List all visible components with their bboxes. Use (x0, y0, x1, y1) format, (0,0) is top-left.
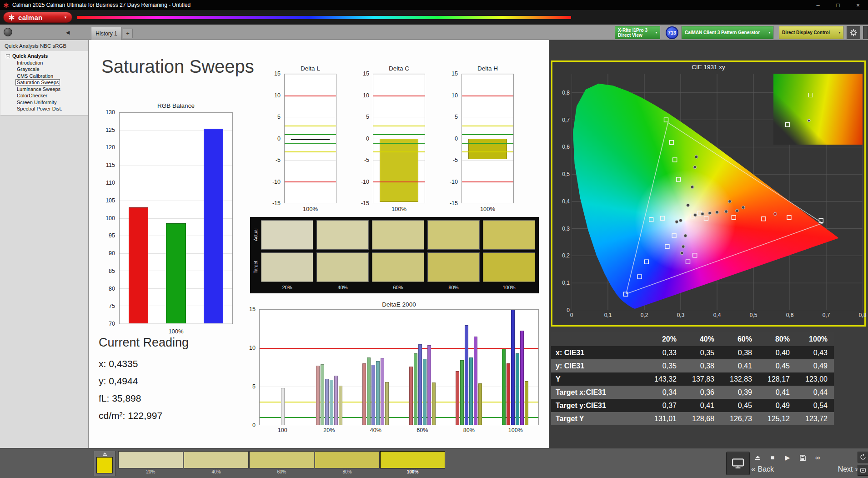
y-tick-label: 80 (109, 286, 115, 292)
column-header: 100% (796, 335, 834, 343)
y-tick-label: 0 (455, 136, 458, 142)
rgb-balance-x-label: 100% (119, 328, 233, 335)
refresh-button[interactable] (858, 452, 868, 463)
meter-label: X-Rite i1Pro 3 Direct View (618, 28, 647, 38)
close-button[interactable]: × (848, 0, 868, 10)
sidebar-item[interactable]: Quick Analysis (0, 53, 88, 60)
current-reading-title: Current Reading (99, 336, 189, 350)
table-row: Target x:CIE310,340,360,390,410,44 (551, 386, 834, 399)
actual-color-swatch (372, 220, 424, 250)
delta-c-chart (373, 74, 425, 203)
table-row: Y143,32137,83132,83128,17123,00 (551, 372, 834, 386)
test-patch-20%[interactable]: 20% (118, 451, 183, 475)
back-button[interactable]: Back (758, 465, 774, 473)
row-label: x: CIE31 (551, 349, 645, 357)
row-label: Target Y (551, 415, 645, 423)
display-control-selector[interactable]: Direct Display Control ▼ (779, 26, 843, 39)
y-tick-label: 0,2 (562, 252, 570, 259)
patch-label: 40% (184, 468, 249, 475)
pattern-generator-label: CalMAN Client 3 Pattern Generator (685, 30, 760, 35)
gridline (462, 160, 513, 161)
stop-button[interactable]: ■ (767, 453, 778, 463)
target-swatch-row (260, 251, 536, 283)
measurement-marker (808, 119, 811, 122)
sidebar-item[interactable]: Introduction (0, 60, 88, 66)
navigation-button[interactable] (4, 28, 12, 36)
delta-c-title: Delta C (373, 65, 425, 72)
sidebar-item-label: Saturation Sweeps (15, 79, 60, 86)
y-tick-label: 125 (105, 127, 115, 133)
next-button[interactable]: Next (838, 465, 853, 473)
target-color-swatch (427, 252, 480, 282)
x-tick-label: 20% (306, 427, 353, 433)
y-tick-label: 10 (274, 92, 281, 99)
y-tick-label: 15 (249, 306, 256, 312)
sidebar-item[interactable]: Luminance Sweeps (0, 86, 88, 93)
test-patch-100%[interactable]: 100% (380, 451, 445, 475)
calman-menu-button[interactable]: calman ▼ (3, 12, 72, 23)
x-tick-label: 0,7 (823, 312, 830, 318)
swatch-row-labels: Actual Target (251, 219, 260, 292)
table-cell: 0,35 (683, 349, 721, 357)
saturation-label: 100% (483, 283, 535, 292)
bottom-extra-tools (858, 452, 868, 476)
minimize-button[interactable]: – (808, 0, 828, 10)
sidebar-item[interactable]: Saturation Sweeps (0, 79, 88, 86)
x-tick-label: 100% (492, 427, 539, 433)
continuous-measure-button[interactable]: ∞ (812, 453, 823, 463)
y-tick-label: 0 (366, 136, 369, 142)
y-tick-label: 105 (105, 197, 115, 204)
deltae-bar (456, 371, 459, 425)
deltae-bar (469, 357, 473, 425)
sidebar-item[interactable]: CMS Calibration (0, 73, 88, 80)
tab-history-1[interactable]: History 1 (91, 27, 122, 40)
patch-color (184, 451, 249, 468)
add-tab-label: + (126, 30, 130, 37)
sidebar-item[interactable]: Spectral Power Dist. (0, 106, 88, 112)
table-row: Target Y131,01128,68126,73125,12123,72 (551, 412, 834, 425)
gridline (373, 203, 425, 203)
x-tick-label: 0,2 (641, 312, 648, 318)
deltae-bar (330, 380, 333, 425)
maximize-button[interactable]: □ (828, 0, 848, 10)
swatch-grid: 20%40%60%80%100% (260, 219, 536, 292)
y-tick-label: 100 (105, 215, 115, 221)
bar-group (352, 310, 399, 425)
table-cell: 128,68 (683, 415, 721, 423)
table-cell: 0,54 (796, 402, 834, 410)
meter-selector[interactable]: X-Rite i1Pro 3 Direct View ▼ (615, 26, 660, 39)
display-preview-button[interactable] (726, 452, 750, 475)
save-button[interactable] (797, 453, 808, 463)
sidebar-item[interactable]: Screen Uniformity (0, 99, 88, 106)
deltae-bar (478, 383, 482, 425)
deltae-bar (520, 331, 524, 425)
collapse-sidebar-button[interactable]: ◀ (64, 28, 72, 36)
reference-line (285, 134, 336, 135)
delta-bar (468, 139, 507, 159)
play-button[interactable]: ▶ (782, 453, 793, 463)
rgb-bar-blue (204, 129, 224, 323)
delta-l-x-label: 100% (284, 206, 336, 212)
saturation-label: 40% (316, 283, 369, 292)
y-tick-label: 10 (363, 92, 369, 99)
y-tick-label: 5 (252, 383, 256, 390)
eject-button[interactable] (752, 453, 763, 463)
sidebar-item[interactable]: ColorChecker (0, 92, 88, 99)
session-button[interactable] (858, 465, 868, 476)
sidebar-item[interactable]: Grayscale (0, 66, 88, 73)
test-patch-60%[interactable]: 60% (249, 451, 314, 475)
sidebar-item-label: CMS Calibration (17, 73, 53, 79)
rgb-bar-red (129, 207, 149, 323)
calman-flower-icon (8, 14, 15, 21)
column-header: 60% (721, 335, 758, 343)
y-tick-label: -5 (453, 157, 458, 163)
add-tab-button[interactable]: + (123, 29, 133, 38)
test-patch-40%[interactable]: 40% (184, 451, 249, 475)
test-patch-80%[interactable]: 80% (315, 451, 380, 475)
more-tools-button[interactable] (863, 26, 868, 39)
delta-h-y-axis: 151050-5-10-15 (443, 74, 460, 203)
gridline (285, 117, 336, 117)
pattern-generator-selector[interactable]: CalMAN Client 3 Pattern Generator ▼ (682, 26, 773, 39)
settings-button[interactable] (847, 26, 860, 39)
table-row: Target y:CIE310,370,410,450,490,54 (551, 399, 834, 412)
